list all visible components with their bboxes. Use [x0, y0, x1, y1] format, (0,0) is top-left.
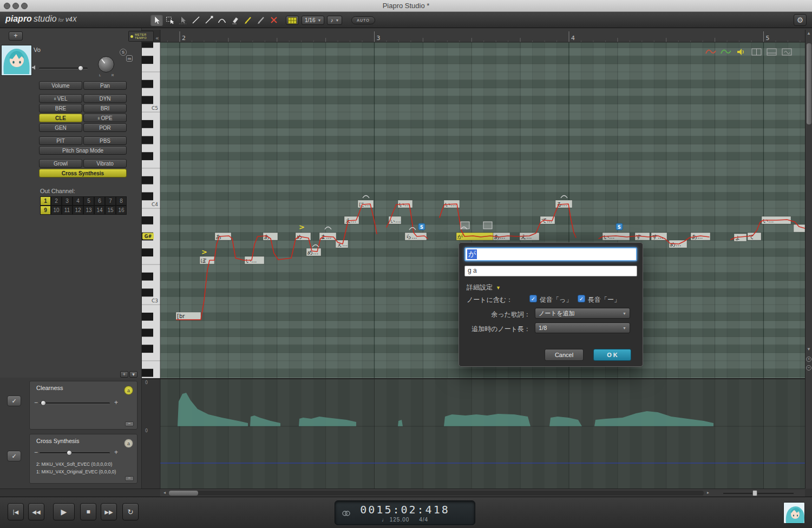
piano-keyboard[interactable]: [142, 42, 160, 379]
cross-synthesis-button[interactable]: Cross Synthesis: [39, 169, 127, 177]
hzoom-handle[interactable]: [752, 490, 757, 496]
draw-line-tool-button[interactable]: [202, 14, 215, 26]
cross-synthesis-enable-toggle[interactable]: ✓: [7, 451, 21, 461]
piano-key-black[interactable]: [142, 152, 153, 160]
out-channel-6[interactable]: 6: [94, 196, 105, 206]
piano-key-black[interactable]: [142, 248, 153, 256]
split-view-button[interactable]: [750, 47, 763, 57]
pan-tab-button[interactable]: Pan: [83, 81, 127, 90]
por-button[interactable]: POR: [83, 123, 127, 132]
audio-monitor-button[interactable]: [735, 47, 748, 57]
chouon-checkbox[interactable]: ✓: [578, 295, 585, 302]
lane-view-button[interactable]: [765, 47, 778, 57]
piano-key-black[interactable]: [142, 329, 153, 337]
piano-key-black[interactable]: [142, 273, 153, 281]
out-channel-13[interactable]: 13: [83, 206, 94, 215]
pencil-tool-button[interactable]: [254, 14, 267, 26]
lyric-input[interactable]: が: [464, 247, 637, 261]
vel-button[interactable]: ılıVEL: [39, 94, 82, 103]
zoom-in-button[interactable]: +: [806, 357, 811, 362]
out-channel-16[interactable]: 16: [116, 206, 127, 215]
add-track-button[interactable]: +: [9, 31, 23, 41]
play-button[interactable]: ▶: [53, 503, 75, 520]
automation-view-button[interactable]: [781, 47, 794, 57]
hscroll-handle[interactable]: [169, 491, 198, 496]
out-channel-14[interactable]: 14: [94, 206, 105, 215]
delete-tool-button[interactable]: [267, 14, 280, 26]
bre-button[interactable]: BRE: [39, 104, 82, 113]
pbs-button[interactable]: PBS: [83, 136, 127, 145]
piano-key-black[interactable]: [142, 56, 153, 64]
out-channel-1[interactable]: 1: [40, 196, 51, 206]
growl-button[interactable]: Growl: [39, 159, 82, 168]
cancel-button[interactable]: Cancel: [545, 349, 584, 361]
scroll-down-button[interactable]: ▼: [806, 347, 812, 352]
cross-automation-button[interactable]: a: [124, 439, 133, 448]
zoom-button[interactable]: [21, 3, 28, 9]
clearness-slider[interactable]: [40, 402, 110, 404]
curve-tool-button[interactable]: [215, 14, 228, 26]
mute-button[interactable]: m: [126, 55, 133, 62]
parameter-add-button[interactable]: +: [120, 371, 128, 378]
note[interactable]: [794, 225, 805, 232]
eraser-tool-button[interactable]: [228, 14, 241, 26]
vscroll-handle[interactable]: [807, 43, 811, 124]
piano-key-black[interactable]: [142, 313, 153, 321]
out-channel-7[interactable]: 7: [105, 196, 116, 206]
piano-key-black[interactable]: [142, 288, 153, 296]
settings-gear-button[interactable]: ⚙: [794, 14, 807, 26]
box-select-tool-button[interactable]: [163, 14, 176, 26]
singer-thumbnail[interactable]: [783, 502, 805, 524]
fast-forward-button[interactable]: ▶▶: [101, 503, 117, 520]
pan-knob[interactable]: [98, 56, 114, 72]
track-name[interactable]: Vo: [34, 47, 41, 53]
piano-key-black[interactable]: [142, 42, 153, 48]
parameter-collapse-button[interactable]: ▾: [129, 371, 137, 378]
cross-collapse-button[interactable]: −: [125, 476, 134, 481]
link-icon[interactable]: [342, 509, 351, 518]
note-length-dropdown[interactable]: ♪▼: [327, 16, 342, 25]
note-selection-handle[interactable]: [461, 222, 469, 229]
close-button[interactable]: [4, 3, 10, 9]
out-channel-4[interactable]: 4: [73, 196, 83, 206]
minus-label[interactable]: −: [34, 399, 38, 406]
pit-button[interactable]: PIT: [39, 136, 82, 145]
bri-button[interactable]: BRI: [83, 104, 127, 113]
solo-button[interactable]: S: [120, 49, 127, 56]
advanced-settings-toggle[interactable]: 詳細設定▼: [467, 283, 501, 292]
vibrato-button[interactable]: Vibrato: [83, 159, 127, 168]
minimize-button[interactable]: [12, 3, 19, 9]
note-length-dropdown[interactable]: 1/8▼: [535, 322, 630, 333]
piano-key-black[interactable]: [142, 80, 153, 88]
out-channel-10[interactable]: 10: [51, 206, 62, 215]
volume-tab-button[interactable]: Volume: [39, 81, 82, 90]
grid-value-dropdown[interactable]: 1/16▼: [302, 16, 324, 25]
pitch-view-button[interactable]: [705, 47, 718, 57]
out-channel-9[interactable]: 9: [40, 206, 51, 215]
piano-key-black[interactable]: [142, 369, 153, 377]
dynamics-view-button[interactable]: [720, 47, 733, 57]
clearness-automation-button[interactable]: a: [124, 386, 133, 395]
rewind-button[interactable]: ◀◀: [28, 503, 44, 520]
ok-button[interactable]: O K: [593, 349, 631, 361]
piano-key-black[interactable]: [142, 216, 153, 225]
scroll-up-button[interactable]: ▲: [806, 31, 812, 36]
track-avatar[interactable]: [1, 45, 32, 76]
minus-label[interactable]: −: [34, 448, 38, 456]
cle-button[interactable]: CLE: [39, 114, 82, 122]
out-channel-15[interactable]: 15: [105, 206, 116, 215]
select-tool-button[interactable]: [150, 14, 163, 26]
ope-button[interactable]: ılıOPE: [83, 114, 127, 122]
snap-select-tool-button[interactable]: [176, 14, 189, 26]
zoom-out-button[interactable]: −: [806, 365, 811, 371]
piano-key-black[interactable]: [142, 120, 153, 128]
dyn-button[interactable]: DYN: [83, 94, 127, 103]
plus-label[interactable]: +: [114, 448, 118, 456]
pen-tool-button[interactable]: [241, 14, 254, 26]
piano-key-black[interactable]: [142, 136, 153, 144]
to-start-button[interactable]: |◀: [8, 503, 24, 520]
vertical-scrollbar[interactable]: ▲ ▼ + −: [805, 30, 812, 489]
auto-scroll-button[interactable]: AUTO: [351, 16, 375, 24]
gen-button[interactable]: GEN: [39, 123, 82, 132]
piano-key-black[interactable]: [142, 192, 153, 200]
